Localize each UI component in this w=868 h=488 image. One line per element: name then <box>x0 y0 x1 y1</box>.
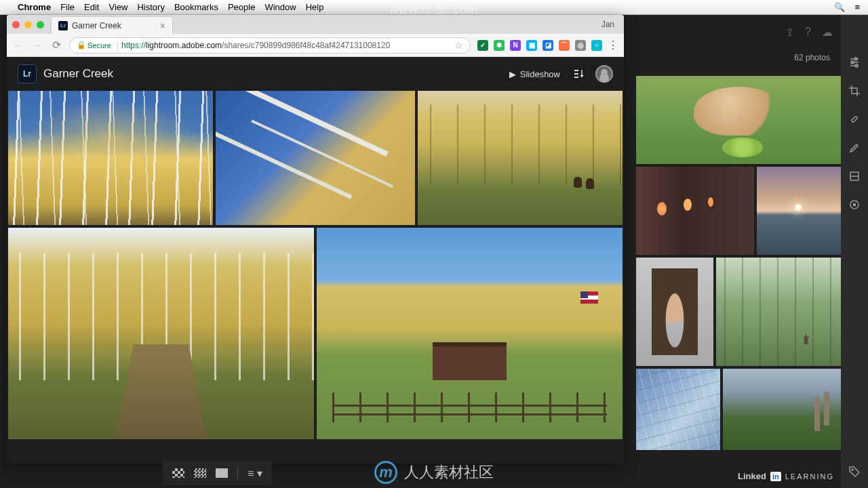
watermark-icon: m <box>374 461 397 484</box>
secure-badge: 🔒 Secure <box>77 41 111 49</box>
view-mode-toolbar: ≡ ▾ <box>163 461 272 485</box>
menu-people[interactable]: People <box>228 2 255 12</box>
reload-button[interactable]: ⟳ <box>50 39 62 52</box>
photo-count-label: 62 photos <box>794 53 830 62</box>
url-text: https://lightroom.adobe.com/shares/c7908… <box>121 41 390 50</box>
thumbnail[interactable] <box>723 369 841 450</box>
extension-icon[interactable]: ◪ <box>542 40 553 51</box>
app-name[interactable]: Chrome <box>18 2 51 12</box>
photo-tile[interactable] <box>8 228 314 439</box>
menu-edit[interactable]: Edit <box>84 2 99 12</box>
divider <box>237 467 238 479</box>
cloud-icon[interactable]: ☁ <box>822 26 833 39</box>
crop-icon[interactable] <box>848 84 861 98</box>
svg-rect-12 <box>574 70 578 71</box>
thumbnail[interactable] <box>636 167 754 255</box>
svg-rect-6 <box>851 116 858 123</box>
menu-view[interactable]: View <box>108 2 127 12</box>
lightroom-logo: Lr <box>18 64 37 83</box>
back-button[interactable]: ← <box>12 39 24 52</box>
photo-tile[interactable] <box>216 91 414 225</box>
tag-icon[interactable] <box>848 465 861 479</box>
radial-gradient-icon[interactable] <box>848 198 861 211</box>
browser-tab[interactable]: Lr Garner Creek × <box>51 16 173 34</box>
grid-small-view-button[interactable] <box>194 468 206 478</box>
sort-menu-button[interactable]: ≡ ▾ <box>248 467 262 480</box>
right-tool-rail <box>841 15 868 488</box>
photo-tile[interactable] <box>418 91 623 225</box>
fullscreen-window-button[interactable] <box>37 21 44 28</box>
watermark-url: www.rr-sc.com <box>390 3 479 17</box>
tab-close-icon[interactable]: × <box>160 20 165 31</box>
address-bar[interactable]: 🔒 Secure | https://lightroom.adobe.com/s… <box>69 37 471 54</box>
spotlight-icon[interactable]: 🔍 <box>834 2 845 12</box>
play-icon: ▶ <box>509 69 516 79</box>
extension-icon[interactable]: ✓ <box>477 40 488 51</box>
photo-grid <box>7 91 624 464</box>
brush-icon[interactable] <box>848 141 861 155</box>
grid-large-view-button[interactable] <box>172 468 184 478</box>
tab-favicon: Lr <box>58 21 68 30</box>
thumbnail[interactable] <box>636 369 720 450</box>
app-topbar: ⇪ ? ☁ <box>637 15 868 49</box>
photo-tile[interactable] <box>317 228 623 439</box>
bookmark-star-icon[interactable]: ☆ <box>454 40 463 51</box>
help-icon[interactable]: ? <box>805 26 811 38</box>
extension-icon[interactable]: ○ <box>591 40 602 51</box>
menu-history[interactable]: History <box>137 2 164 12</box>
chrome-window: Lr Garner Creek × Jan ← → ⟳ 🔒 Secure | h… <box>7 15 624 464</box>
svg-rect-13 <box>574 73 578 75</box>
watermark-logo: m 人人素材社区 <box>374 461 494 484</box>
fence-detail <box>332 392 608 422</box>
sort-icon[interactable] <box>572 67 586 81</box>
menu-help[interactable]: Help <box>306 2 324 12</box>
close-window-button[interactable] <box>12 21 20 28</box>
menu-file[interactable]: File <box>60 2 75 12</box>
photo-tile[interactable] <box>8 91 213 225</box>
menu-bookmarks[interactable]: Bookmarks <box>174 2 218 12</box>
linear-gradient-icon[interactable] <box>848 169 861 183</box>
svg-point-11 <box>852 469 853 470</box>
menu-extras-icon[interactable]: ≡ <box>854 2 860 12</box>
thumbnail[interactable] <box>636 76 841 164</box>
chrome-user-label[interactable]: Jan <box>601 20 614 29</box>
thumbnail[interactable] <box>636 258 713 366</box>
chrome-menu-icon[interactable]: ⋮ <box>608 39 618 52</box>
single-view-button[interactable] <box>216 468 228 478</box>
tab-title: Garner Creek <box>72 21 121 30</box>
lr-page-header: Lr Garner Creek ▶ Slideshow <box>7 57 624 91</box>
flag-detail <box>580 291 598 304</box>
svg-rect-14 <box>574 77 578 78</box>
share-icon[interactable]: ⇪ <box>785 26 794 39</box>
svg-point-10 <box>854 204 856 206</box>
extension-icon[interactable]: N <box>510 40 521 51</box>
thumbnail[interactable] <box>757 167 841 255</box>
menu-window[interactable]: Window <box>264 2 296 12</box>
chrome-toolbar: ← → ⟳ 🔒 Secure | https://lightroom.adobe… <box>7 34 624 57</box>
slideshow-button[interactable]: ▶ Slideshow <box>509 69 560 79</box>
extension-icon[interactable]: ⌒ <box>559 40 570 51</box>
thumbnail[interactable] <box>716 258 841 366</box>
user-avatar[interactable] <box>595 65 613 83</box>
minimize-window-button[interactable] <box>24 21 32 28</box>
lightroom-shared-page: Lr Garner Creek ▶ Slideshow <box>7 57 624 464</box>
forward-button[interactable]: → <box>31 39 43 52</box>
lock-icon: 🔒 <box>77 41 86 49</box>
extension-icon[interactable]: ◎ <box>575 40 586 51</box>
window-controls <box>12 21 44 28</box>
background-thumbnail-grid <box>636 76 841 488</box>
extension-icon[interactable]: ▦ <box>526 40 537 51</box>
album-title: Garner Creek <box>43 67 113 81</box>
linkedin-learning-badge: Linkedin LEARNING <box>738 471 834 481</box>
chrome-tabbar: Lr Garner Creek × Jan <box>7 15 624 34</box>
adjust-icon[interactable] <box>848 56 861 69</box>
evernote-extension-icon[interactable]: ✱ <box>494 40 505 51</box>
extension-icons: ✓ ✱ N ▦ ◪ ⌒ ◎ ○ ⋮ <box>477 39 618 52</box>
heal-icon[interactable] <box>848 113 861 126</box>
